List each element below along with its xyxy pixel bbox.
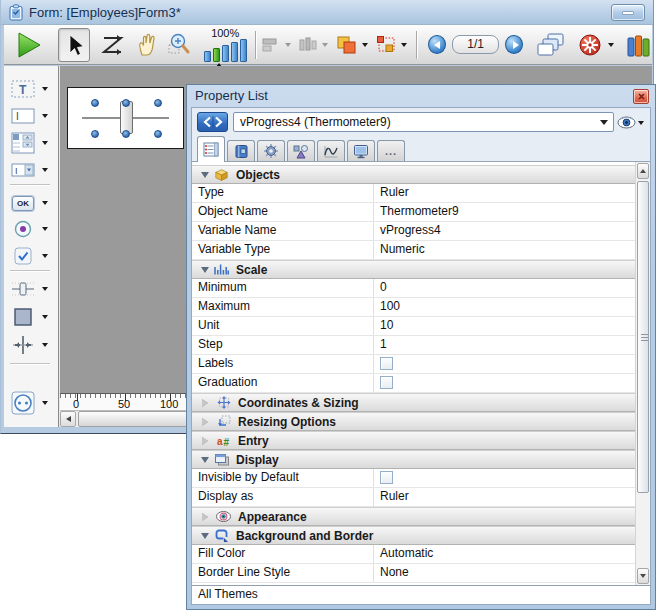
run-form-button[interactable] [12, 30, 44, 60]
zoom-bars[interactable] [201, 39, 250, 62]
section-resizing-options[interactable]: Resizing Options [192, 412, 635, 431]
preferences-button[interactable] [578, 33, 614, 57]
themes-footer[interactable]: All Themes [192, 585, 650, 604]
chevron-down-icon[interactable] [42, 227, 48, 231]
select-tool-button[interactable] [58, 28, 90, 62]
list-box-tool[interactable] [7, 130, 57, 156]
library-button[interactable] [626, 33, 652, 57]
static-text-tool[interactable]: T [7, 76, 57, 102]
collapse-triangle-icon[interactable] [202, 418, 208, 426]
view-options-button[interactable] [617, 114, 647, 131]
previous-next-object-button[interactable] [197, 112, 228, 132]
collapse-triangle-icon[interactable] [201, 172, 209, 178]
collapse-triangle-icon[interactable] [202, 437, 208, 445]
vertical-scrollbar-thumb[interactable] [637, 181, 649, 493]
tab-shapes[interactable] [287, 140, 315, 161]
tab-settings[interactable] [257, 140, 285, 161]
combo-box-tool[interactable]: I [7, 157, 57, 183]
graduation-checkbox[interactable] [380, 376, 393, 389]
object-selector-value: vProgress4 (Thermometer9) [240, 115, 391, 129]
selection-handle[interactable] [122, 130, 130, 138]
prop-value[interactable]: Ruler [374, 184, 635, 202]
invisible-by-default-checkbox[interactable] [380, 471, 393, 484]
section-objects[interactable]: Objects [192, 165, 635, 184]
prop-value[interactable]: Automatic [374, 545, 635, 563]
window-titlebar[interactable]: Form: [Employees]Form3* [1, 0, 653, 25]
layer-order-button[interactable] [335, 35, 368, 55]
section-appearance[interactable]: Appearance [192, 507, 635, 526]
input-field-tool[interactable]: I [7, 103, 57, 129]
chevron-down-icon[interactable] [42, 343, 48, 347]
collapse-triangle-icon[interactable] [201, 267, 209, 273]
property-list-titlebar[interactable]: Property List [187, 85, 655, 107]
prop-value[interactable]: 10 [374, 317, 635, 335]
tab-book[interactable] [227, 140, 255, 161]
section-display[interactable]: Display [192, 450, 635, 469]
chevron-down-icon[interactable] [42, 254, 48, 258]
tab-more[interactable]: ... [377, 140, 405, 161]
zoom-bar-100-current[interactable] [213, 48, 220, 62]
zoom-bar-200[interactable] [222, 45, 229, 62]
selection-handle[interactable] [154, 130, 162, 138]
collapse-triangle-icon[interactable] [201, 457, 209, 463]
plugin-area-tool[interactable] [7, 390, 57, 416]
pan-tool-button[interactable] [134, 31, 160, 59]
chevron-down-icon[interactable] [42, 201, 48, 205]
chevron-down-icon[interactable] [42, 114, 48, 118]
chevron-down-icon[interactable] [42, 401, 48, 405]
chevron-down-icon[interactable] [42, 287, 48, 291]
selection-handle[interactable] [91, 130, 99, 138]
collapse-triangle-icon[interactable] [202, 513, 208, 521]
zoom-bar-800[interactable] [240, 39, 247, 62]
selection-handle[interactable] [91, 99, 99, 107]
prop-value[interactable]: 1 [374, 336, 635, 354]
entry-order-tool-button[interactable] [99, 32, 127, 58]
vertical-scrollbar[interactable] [635, 162, 650, 585]
prop-value[interactable]: Numeric [374, 241, 635, 259]
chevron-down-icon[interactable] [42, 141, 48, 145]
prop-value[interactable]: vProgress4 [374, 222, 635, 240]
labels-checkbox[interactable] [380, 357, 393, 370]
section-scale[interactable]: Scale [192, 260, 635, 279]
button-tool[interactable]: OK [7, 190, 57, 216]
collapse-triangle-icon[interactable] [201, 533, 209, 539]
scroll-down-button[interactable] [637, 568, 649, 584]
rectangle-tool[interactable] [7, 304, 57, 330]
scroll-left-button[interactable] [60, 411, 76, 427]
chevron-down-icon[interactable] [42, 87, 48, 91]
section-background-border[interactable]: Background and Border [192, 526, 635, 545]
collapse-triangle-icon[interactable] [202, 399, 208, 407]
previous-page-button[interactable] [428, 35, 446, 54]
section-entry[interactable]: a# Entry [192, 431, 635, 450]
chevron-down-icon[interactable] [42, 168, 48, 172]
zoom-bar-50[interactable] [204, 51, 211, 62]
prop-label: Step [192, 336, 374, 354]
zoom-bar-400[interactable] [231, 42, 238, 62]
splitter-tool[interactable] [7, 332, 57, 358]
prop-value[interactable]: 0 [374, 279, 635, 297]
close-button[interactable] [633, 89, 649, 104]
checkbox-tool[interactable] [7, 243, 57, 269]
next-page-button[interactable] [505, 35, 523, 54]
ruler-widget[interactable] [67, 87, 184, 149]
slider-tool[interactable] [7, 276, 57, 302]
chevron-down-icon[interactable] [42, 315, 48, 319]
prop-value[interactable]: Thermometer9 [374, 203, 635, 221]
tab-property-list[interactable] [197, 136, 225, 162]
object-selector-dropdown[interactable]: vProgress4 (Thermometer9) [233, 112, 614, 132]
radio-button-tool[interactable] [7, 216, 57, 242]
zoom-level-widget[interactable]: 100% [201, 28, 250, 62]
prop-value[interactable]: Ruler [374, 488, 635, 506]
selection-mode-button[interactable] [376, 35, 407, 54]
scroll-up-button[interactable] [637, 163, 649, 179]
selection-handle[interactable] [122, 99, 130, 107]
form-views-button[interactable] [536, 32, 566, 58]
minimize-button[interactable] [611, 4, 645, 21]
prop-value[interactable]: None [374, 564, 635, 582]
section-coordinates-sizing[interactable]: Coordinates & Sizing [192, 393, 635, 412]
prop-value[interactable]: 100 [374, 298, 635, 316]
selection-handle[interactable] [154, 99, 162, 107]
tab-display[interactable] [347, 140, 375, 161]
tab-events[interactable] [317, 140, 345, 161]
zoom-tool-button[interactable] [167, 32, 193, 58]
